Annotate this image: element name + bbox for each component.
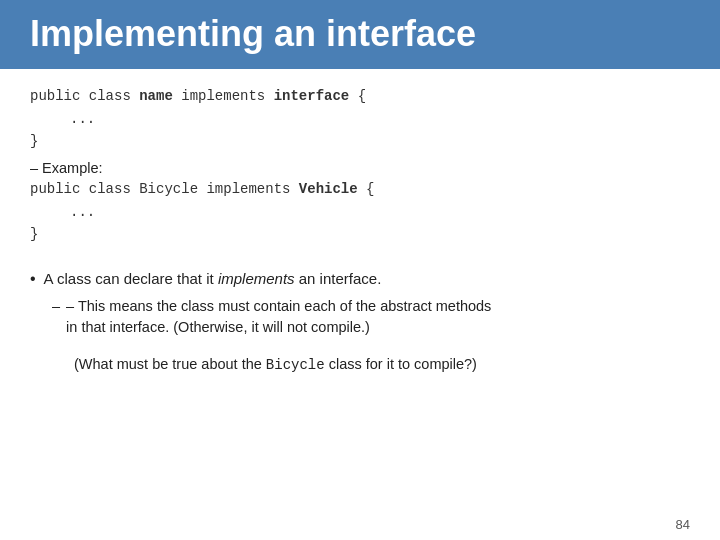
slide-title: Implementing an interface xyxy=(30,12,690,55)
what-must-text: (What must be true about the Bicycle cla… xyxy=(74,354,690,375)
example-label: – Example: xyxy=(30,160,690,176)
code-line-2: ... xyxy=(70,111,95,127)
dash-icon: – xyxy=(52,296,60,317)
example-code-line-1: public class Bicycle implements Vehicle … xyxy=(30,181,374,197)
code-block-1: public class name implements interface {… xyxy=(30,85,690,152)
sub-dash-1: – – This means the class must contain ea… xyxy=(52,296,690,338)
example-code-line-2: ... xyxy=(70,204,95,220)
bullet-section: • A class can declare that it implements… xyxy=(30,268,690,376)
bullet-text: A class can declare that it implements a… xyxy=(44,268,382,289)
slide-content: public class name implements interface {… xyxy=(0,69,720,517)
page-number: 84 xyxy=(0,517,720,540)
slide-header: Implementing an interface xyxy=(0,0,720,69)
code-line-3: } xyxy=(30,133,38,149)
bullet-item-1: • A class can declare that it implements… xyxy=(30,268,690,290)
sub-dash-text: – This means the class must contain each… xyxy=(66,296,491,338)
example-code-block: public class Bicycle implements Vehicle … xyxy=(30,178,690,245)
example-section: – Example: public class Bicycle implemen… xyxy=(30,160,690,249)
slide: Implementing an interface public class n… xyxy=(0,0,720,540)
example-code-line-3: } xyxy=(30,226,38,242)
bullet-icon: • xyxy=(30,268,36,290)
code-line-1: public class name implements interface { xyxy=(30,88,366,104)
